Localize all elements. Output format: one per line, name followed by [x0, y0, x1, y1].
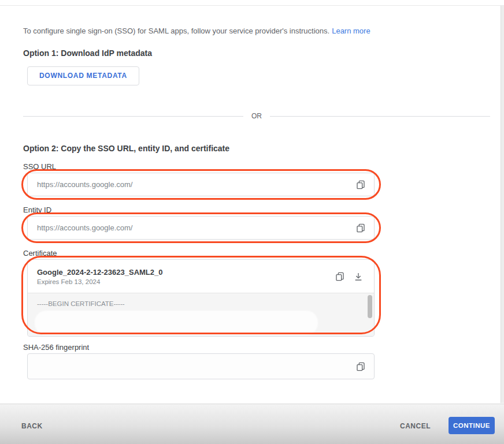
dialog-footer: BACK CANCEL CONTINUE [0, 404, 504, 444]
entity-id-field[interactable]: https://accounts.google.com/ [27, 216, 375, 240]
certificate-header: Google_2024-2-12-23623_SAML2_0 Expires F… [28, 260, 374, 293]
certificate-name: Google_2024-2-12-23623_SAML2_0 [37, 268, 335, 277]
certificate-first-line: -----BEGIN CERTIFICATE----- [37, 300, 125, 307]
copy-icon[interactable] [335, 271, 345, 282]
option1-heading: Option 1: Download IdP metadata [23, 48, 152, 58]
intro-sentence: To configure single sign-on (SSO) for SA… [23, 27, 329, 35]
sso-url-value: https://accounts.google.com/ [37, 180, 355, 189]
copy-icon[interactable] [355, 180, 366, 190]
redaction-blur [35, 311, 318, 335]
divider-line-left [23, 116, 243, 117]
entity-id-value: https://accounts.google.com/ [37, 223, 355, 232]
continue-button[interactable]: CONTINUE [449, 417, 495, 434]
divider-line-right [270, 116, 490, 117]
scrollbar-thumb[interactable] [368, 295, 372, 318]
entity-id-label: Entity ID [23, 206, 51, 214]
back-button[interactable]: BACK [21, 422, 43, 430]
sha256-fingerprint-label: SHA-256 fingerprint [23, 343, 89, 352]
download-metadata-button[interactable]: DOWNLOAD METADATA [27, 66, 139, 85]
certificate-label: Certificate [23, 249, 57, 258]
sso-url-field[interactable]: https://accounts.google.com/ [27, 173, 375, 196]
option2-heading: Option 2: Copy the SSO URL, entity ID, a… [23, 144, 229, 153]
certificate-expiry: Expires Feb 13, 2024 [37, 278, 335, 285]
sha256-fingerprint-field[interactable] [27, 353, 375, 379]
or-label: OR [243, 112, 270, 120]
certificate-body[interactable]: -----BEGIN CERTIFICATE----- [28, 293, 374, 337]
certificate-card: Google_2024-2-12-23623_SAML2_0 Expires F… [27, 259, 375, 337]
or-divider: OR [23, 112, 490, 120]
sso-url-label: SSO URL [23, 162, 56, 171]
download-icon[interactable] [353, 271, 364, 282]
copy-icon[interactable] [355, 361, 366, 372]
copy-icon[interactable] [355, 223, 366, 233]
learn-more-link[interactable]: Learn more [332, 27, 370, 35]
page-top-border [0, 5, 504, 6]
page-right-gutter [501, 6, 504, 403]
intro-text: To configure single sign-on (SSO) for SA… [23, 27, 370, 35]
cancel-button[interactable]: CANCEL [400, 422, 431, 430]
